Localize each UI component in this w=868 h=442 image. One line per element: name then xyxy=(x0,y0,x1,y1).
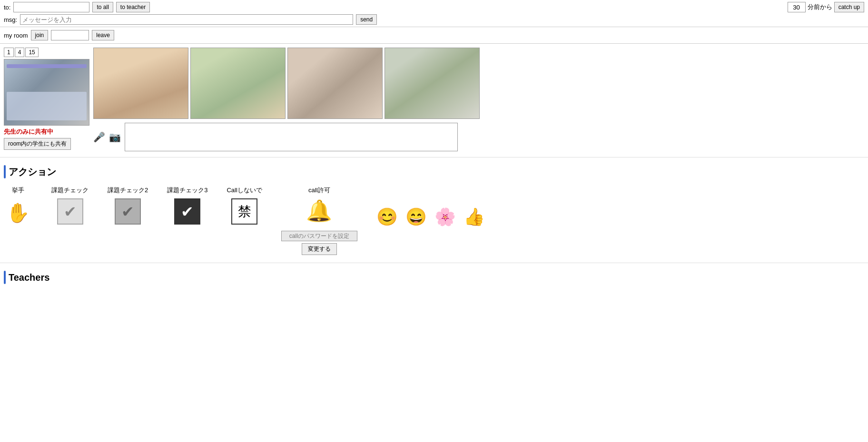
send-button[interactable]: send xyxy=(356,14,377,25)
teachers-section: Teachers xyxy=(0,263,868,292)
teachers-bar-decoration xyxy=(4,271,6,284)
camera-icon[interactable]: 📷 xyxy=(109,131,121,143)
share-room-button[interactable]: room内の学生にも共有 xyxy=(4,138,71,150)
teachers-title: Teachers xyxy=(4,271,864,284)
task-check1-label: 課題チェック xyxy=(51,186,89,195)
emoji-flower[interactable]: 🌸 xyxy=(434,207,456,227)
task-check2-label: 課題チェック2 xyxy=(108,186,148,195)
action-raise-hand: 挙手 ✋ xyxy=(4,186,32,227)
actions-title-text: アクション xyxy=(9,166,56,178)
minutes-input[interactable] xyxy=(788,2,806,12)
action-task-check2: 課題チェック2 ✔ xyxy=(108,186,148,225)
video-cell-2 xyxy=(190,48,286,119)
leave-button[interactable]: leave xyxy=(92,30,114,40)
check-mark-dark: ✔ xyxy=(181,203,194,221)
emoji-grin[interactable]: 😄 xyxy=(405,207,427,227)
no-call-label: Callしないで xyxy=(227,186,262,195)
action-task-check1: 課題チェック ✔ xyxy=(51,186,89,225)
top-bar: to: to all to teacher 分前から catch up msg:… xyxy=(0,0,868,27)
teachers-title-text: Teachers xyxy=(9,272,49,283)
catch-up-area: 分前から catch up xyxy=(788,2,864,12)
annotation-textarea[interactable] xyxy=(125,123,458,151)
screen-thumbnail xyxy=(4,59,89,126)
action-no-call: Callしないで 禁 xyxy=(227,186,262,225)
to-row: to: to all to teacher 分前から catch up xyxy=(4,2,864,12)
catch-up-button[interactable]: catch up xyxy=(834,2,864,12)
page-tab-1[interactable]: 1 xyxy=(4,48,14,57)
check-mark-medium: ✔ xyxy=(121,203,134,221)
call-pass-area: 変更する xyxy=(281,231,357,255)
mic-icon[interactable]: 🎤 xyxy=(93,131,105,143)
video-cell-3 xyxy=(287,48,383,119)
to-input[interactable] xyxy=(13,2,89,12)
video-cell-1 xyxy=(93,48,188,119)
left-panel: 1 4 15 先生のみに共有中 room内の学生にも共有 xyxy=(4,48,89,150)
emoji-smile[interactable]: 😊 xyxy=(376,207,398,227)
screen-thumb-inner xyxy=(4,59,89,125)
msg-row: msg: send xyxy=(4,14,864,25)
emoji-thumbsup[interactable]: 👍 xyxy=(464,207,485,227)
minutes-from-label: 分前から xyxy=(808,3,832,11)
to-teacher-button[interactable]: to teacher xyxy=(116,2,150,12)
task-check3-label: 課題チェック3 xyxy=(167,186,207,195)
msg-input[interactable] xyxy=(20,14,353,25)
page-tab-15[interactable]: 15 xyxy=(25,48,38,57)
actions-title: アクション xyxy=(4,165,864,178)
to-all-button[interactable]: to all xyxy=(92,2,113,12)
msg-label: msg: xyxy=(4,16,17,23)
check-mark-light: ✔ xyxy=(64,203,77,221)
actions-grid: 挙手 ✋ 課題チェック ✔ 課題チェック2 ✔ 課題チェック3 ✔ Callしな… xyxy=(4,186,864,255)
sharing-label: 先生のみに共有中 xyxy=(4,128,89,136)
change-button[interactable]: 変更する xyxy=(302,243,337,255)
action-emoji-row: 😊 😄 🌸 👍 xyxy=(376,207,485,227)
join-button[interactable]: join xyxy=(31,30,49,40)
action-task-check3: 課題チェック3 ✔ xyxy=(167,186,207,225)
page-tab-4[interactable]: 4 xyxy=(15,48,25,57)
page-tabs: 1 4 15 xyxy=(4,48,89,57)
room-bar: my room join leave xyxy=(0,27,868,44)
check-dark-icon[interactable]: ✔ xyxy=(174,198,200,225)
actions-section: アクション 挙手 ✋ 課題チェック ✔ 課題チェック2 ✔ 課題チェック3 ✔ xyxy=(0,157,868,263)
check-light-icon[interactable]: ✔ xyxy=(57,198,83,225)
to-label: to: xyxy=(4,4,10,11)
check-medium-icon[interactable]: ✔ xyxy=(115,198,141,225)
video-cell-4 xyxy=(385,48,480,119)
video-grid xyxy=(93,48,480,119)
room-input[interactable] xyxy=(51,30,89,40)
action-call-allow: call許可 🔔 変更する xyxy=(281,186,357,255)
call-allow-label: call許可 xyxy=(308,186,330,195)
call-password-input[interactable] xyxy=(281,231,357,241)
camera-tools: 🎤 📷 xyxy=(93,121,480,153)
myroom-label: my room xyxy=(4,32,28,39)
title-bar-decoration xyxy=(4,165,6,178)
video-and-tools: 🎤 📷 xyxy=(93,48,480,153)
bell-icon[interactable]: 🔔 xyxy=(306,198,332,223)
raise-hand-label: 挙手 xyxy=(12,186,24,195)
kin-icon[interactable]: 禁 xyxy=(231,198,257,225)
hand-icon[interactable]: ✋ xyxy=(4,198,32,227)
video-section: 1 4 15 先生のみに共有中 room内の学生にも共有 🎤 📷 xyxy=(0,44,868,157)
